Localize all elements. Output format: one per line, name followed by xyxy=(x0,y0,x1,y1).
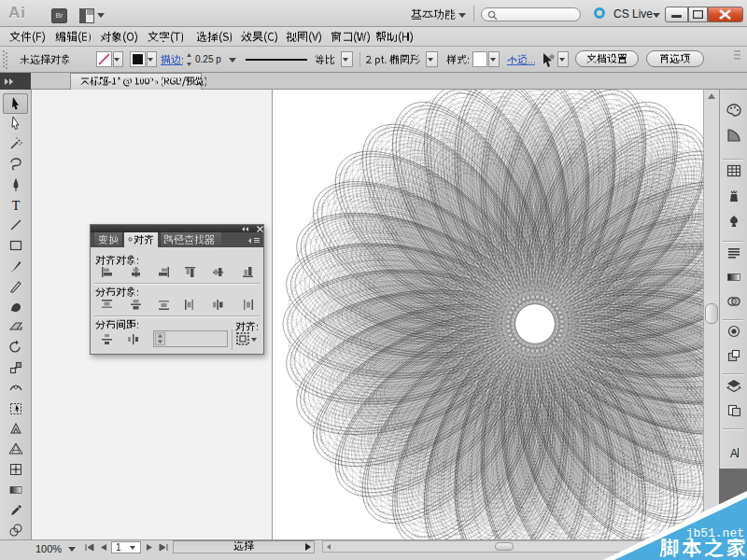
svg-text:jb51.net: jb51.net xyxy=(686,526,744,540)
